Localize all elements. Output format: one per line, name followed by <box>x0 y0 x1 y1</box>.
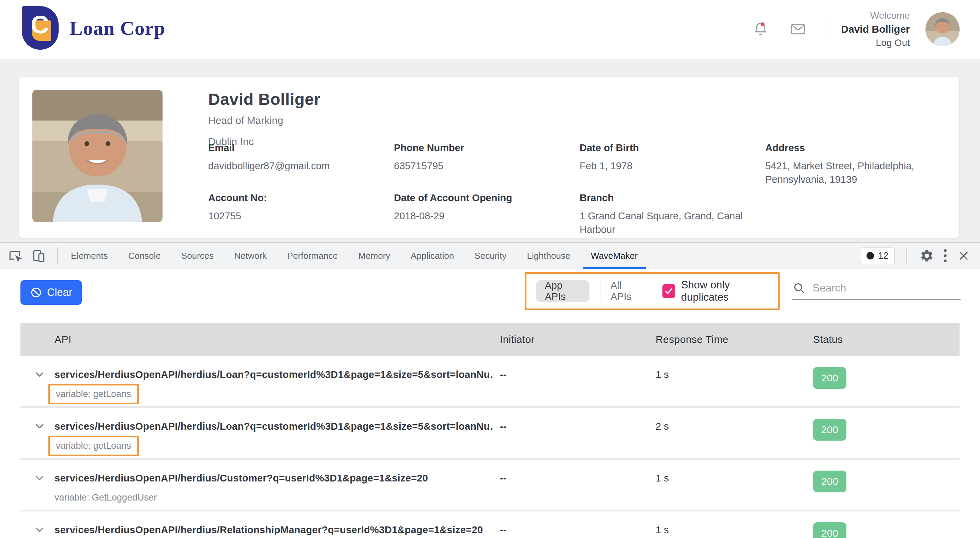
api-table-body: services/HerdiusOpenAPI/herdius/Loan?q=c… <box>21 356 959 538</box>
issues-count-badge[interactable]: 12 <box>860 248 895 264</box>
issues-count: 12 <box>878 251 888 261</box>
app-header: C Loan Corp Welcome David Bolliger Log O… <box>0 0 980 59</box>
devtools-tab-application[interactable]: Application <box>400 243 464 269</box>
segment-app-apis[interactable]: App APIs <box>536 280 590 302</box>
column-api: API <box>54 323 72 356</box>
devtools-tabs: ElementsConsoleSourcesNetworkPerformance… <box>60 243 648 269</box>
welcome-text: Welcome <box>841 9 910 22</box>
table-row: services/HerdiusOpenAPI/herdius/Loan?q=c… <box>21 356 959 408</box>
search-input[interactable] <box>813 282 961 294</box>
variable-tag-annotated: variable: getLoans <box>48 436 139 456</box>
header-divider <box>825 19 825 40</box>
devtools-divider <box>907 248 907 264</box>
initiator-cell: -- <box>500 473 506 484</box>
status-badge: 200 <box>813 522 846 538</box>
initiator-cell: -- <box>500 524 506 536</box>
row-expand-chevron-icon[interactable] <box>33 472 46 486</box>
mail-icon[interactable] <box>787 18 809 40</box>
api-filter-annotation-box: App APIs All APIs Show only duplicates <box>525 272 780 310</box>
account-no-value: 102755 <box>208 209 380 223</box>
variable-tag-annotated: variable: getLoans <box>48 384 139 404</box>
device-toolbar-icon[interactable] <box>31 248 47 264</box>
api-table: API Initiator Response Time Status servi… <box>21 323 959 538</box>
account-opening-label: Date of Account Opening <box>394 192 566 204</box>
search-field <box>792 277 961 300</box>
devtools-tab-lighthouse[interactable]: Lighthouse <box>517 243 580 269</box>
devtools-tab-wavemaker[interactable]: WaveMaker <box>581 243 648 269</box>
address-label: Address <box>765 142 934 154</box>
api-url[interactable]: services/HerdiusOpenAPI/herdius/Loan?q=c… <box>54 369 494 380</box>
devtools-tab-performance[interactable]: Performance <box>277 243 348 269</box>
devtools-divider <box>57 248 58 264</box>
branch-value: 1 Grand Canal Square, Grand, Canal Harbo… <box>580 209 752 236</box>
profile-name: David Bolliger <box>208 90 321 109</box>
variable-tag: variable: GetLoggedUser <box>54 492 157 503</box>
devtools-tab-elements[interactable]: Elements <box>60 243 118 269</box>
customer-profile-card: David Bolliger Head of Marking Dublin In… <box>19 77 959 238</box>
devtools-tab-bar: ElementsConsoleSourcesNetworkPerformance… <box>0 243 980 269</box>
loan-corp-logo-icon: C <box>22 6 59 50</box>
email-value: davidbolliger87@gmail.com <box>208 159 380 173</box>
row-expand-chevron-icon[interactable] <box>33 368 46 382</box>
header-user-name: David Bolliger <box>841 22 910 36</box>
segment-divider <box>600 281 600 302</box>
phone-value: 635715795 <box>394 159 566 173</box>
settings-gear-icon[interactable] <box>919 248 935 264</box>
account-no-label: Account No: <box>208 192 380 204</box>
clear-prohibition-icon <box>30 286 42 298</box>
clear-button-label: Clear <box>47 286 72 298</box>
status-badge: 200 <box>813 367 846 389</box>
show-duplicates-label[interactable]: Show only duplicates <box>681 279 768 303</box>
profile-details-grid: Emaildavidbolliger87@gmail.com Phone Num… <box>208 142 948 236</box>
table-row: services/HerdiusOpenAPI/herdius/Relation… <box>21 511 959 538</box>
email-label: Email <box>208 142 380 154</box>
initiator-cell: -- <box>500 421 506 432</box>
dob-label: Date of Birth <box>580 142 752 154</box>
segment-all-apis[interactable]: All APIs <box>611 280 641 302</box>
issues-dot-icon <box>867 252 874 259</box>
branch-label: Branch <box>580 192 752 204</box>
initiator-cell: -- <box>500 369 506 380</box>
api-table-header: API Initiator Response Time Status <box>21 323 959 356</box>
clear-button[interactable]: Clear <box>21 280 82 305</box>
response-time-cell: 2 s <box>655 421 669 432</box>
status-badge: 200 <box>813 419 846 441</box>
notification-bell-icon[interactable] <box>750 18 772 40</box>
table-row: services/HerdiusOpenAPI/herdius/Loan?q=c… <box>21 408 959 460</box>
brand-name: Loan Corp <box>70 17 165 40</box>
column-initiator: Initiator <box>500 323 535 356</box>
logout-link[interactable]: Log Out <box>841 36 910 50</box>
row-expand-chevron-icon[interactable] <box>33 524 46 537</box>
inspect-element-icon[interactable] <box>7 248 23 264</box>
api-url[interactable]: services/HerdiusOpenAPI/herdius/Loan?q=c… <box>54 421 494 432</box>
devtools-tab-console[interactable]: Console <box>118 243 171 269</box>
column-response-time: Response Time <box>655 323 729 356</box>
profile-role: Head of Marking <box>208 115 321 126</box>
brand-logo[interactable]: C Loan Corp <box>22 6 165 50</box>
devtools-tab-sources[interactable]: Sources <box>171 243 224 269</box>
address-value: 5421, Market Street, Philadelphia, Penns… <box>765 159 934 186</box>
devtools-tab-network[interactable]: Network <box>224 243 277 269</box>
search-icon <box>792 281 806 295</box>
phone-label: Phone Number <box>394 142 566 154</box>
wavemaker-panel: Clear App APIs All APIs Show only duplic… <box>0 269 980 538</box>
response-time-cell: 1 s <box>655 524 669 536</box>
column-status: Status <box>813 323 843 356</box>
api-url[interactable]: services/HerdiusOpenAPI/herdius/Relation… <box>54 524 494 536</box>
response-time-cell: 1 s <box>655 369 669 380</box>
account-opening-value: 2018-08-29 <box>394 209 566 223</box>
show-duplicates-checkbox[interactable] <box>662 284 675 298</box>
more-options-kebab-icon[interactable] <box>944 249 947 262</box>
row-expand-chevron-icon[interactable] <box>33 420 46 434</box>
response-time-cell: 1 s <box>655 473 669 484</box>
avatar[interactable] <box>926 12 959 46</box>
devtools-tab-security[interactable]: Security <box>465 243 517 269</box>
table-row: services/HerdiusOpenAPI/herdius/Customer… <box>21 460 959 511</box>
status-badge: 200 <box>813 471 846 492</box>
profile-photo <box>32 90 162 222</box>
dob-value: Feb 1, 1978 <box>580 159 752 173</box>
api-url[interactable]: services/HerdiusOpenAPI/herdius/Customer… <box>54 473 494 484</box>
devtools-tab-memory[interactable]: Memory <box>348 243 400 269</box>
close-devtools-icon[interactable] <box>956 248 972 264</box>
